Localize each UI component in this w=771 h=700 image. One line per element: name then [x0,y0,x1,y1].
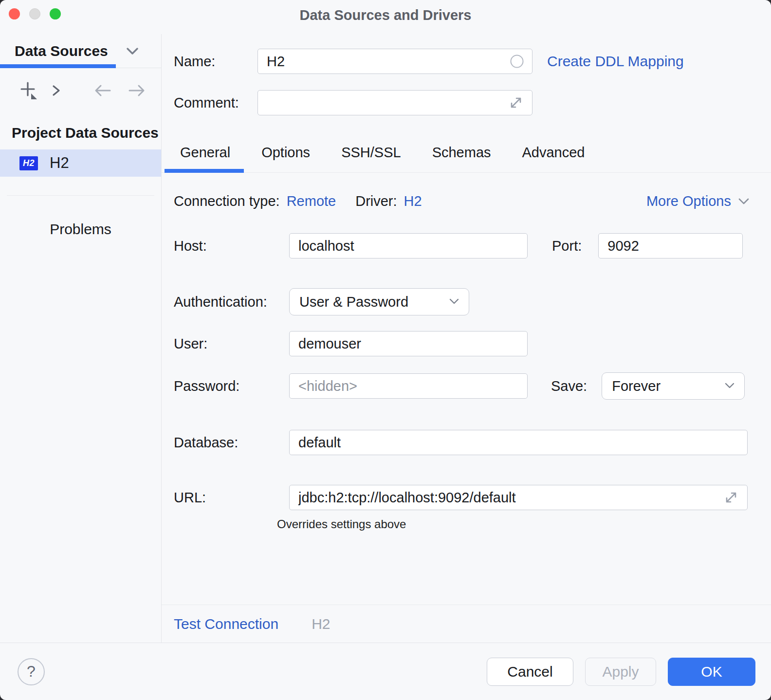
tab-schemas[interactable]: Schemas [431,145,492,172]
user-label: User: [174,336,289,352]
h2-driver-icon: H2 [19,156,38,170]
ok-button[interactable]: OK [668,658,755,686]
expand-editor-icon[interactable] [508,95,524,111]
url-input[interactable] [289,485,748,510]
project-data-sources-title: Project Data Sources [12,125,161,141]
url-hint: Overrides settings above [277,517,771,531]
comment-row: Comment: [162,90,771,115]
general-tab-panel: Connection type: Remote Driver: H2 More … [162,173,771,643]
host-input[interactable] [289,233,528,258]
host-row: Host: Port: [162,233,771,258]
chevron-down-icon [725,383,734,389]
zoom-icon[interactable] [50,8,61,19]
tab-advanced[interactable]: Advanced [521,145,586,172]
window-title: Data Sources and Drivers [0,0,771,30]
name-label: Name: [174,54,257,70]
cancel-button[interactable]: Cancel [487,658,573,686]
footer-buttons: Cancel Apply OK [487,658,755,686]
test-connection-link[interactable]: Test Connection [174,616,278,632]
name-row: Name: Create DDL Mapping [162,49,771,74]
password-label: Password: [174,378,289,394]
sidebar-divider [7,195,154,196]
test-driver-name: H2 [312,616,330,632]
password-row: Password: Save: Forever [162,372,771,400]
save-value: Forever [612,378,661,394]
user-row: User: [162,331,771,356]
connection-type-row: Connection type: Remote Driver: H2 More … [162,193,771,209]
active-tab-underline [0,64,116,68]
database-label: Database: [174,435,289,451]
driver-label: Driver: [355,193,397,209]
comment-input[interactable] [257,90,532,115]
password-input[interactable] [289,373,528,399]
user-input[interactable] [289,331,528,356]
sidebar: Data Sources Proj [0,34,162,643]
database-input[interactable] [289,430,748,455]
add-data-source-icon[interactable] [18,80,39,101]
close-icon[interactable] [9,8,20,19]
url-row: URL: [162,485,771,510]
minimize-icon[interactable] [29,8,40,19]
port-label: Port: [552,238,582,254]
sidebar-toolbar [18,80,161,101]
connection-type-label: Connection type: [174,193,280,209]
forward-arrow-icon[interactable] [128,83,146,98]
spacer [162,531,771,605]
connection-type-value[interactable]: Remote [287,193,336,209]
port-input[interactable] [598,233,743,258]
problems-section-label[interactable]: Problems [0,221,161,238]
data-sources-dialog: Data Sources and Drivers Data Sources [0,0,771,700]
url-label: URL: [174,490,289,506]
tab-ssh-ssl[interactable]: SSH/SSL [340,145,402,172]
window-controls [9,8,61,19]
database-row: Database: [162,430,771,455]
authentication-select[interactable]: User & Password [289,288,469,315]
back-arrow-icon[interactable] [93,83,112,98]
sidebar-tab-data-sources[interactable]: Data Sources [0,34,161,68]
chevron-down-icon [449,298,459,305]
comment-label: Comment: [174,95,257,111]
authentication-row: Authentication: User & Password [162,288,771,315]
save-select[interactable]: Forever [602,372,745,400]
more-options-label: More Options [646,193,731,209]
chevron-down-icon [738,198,750,205]
dialog-footer: ? Cancel Apply OK [0,643,771,700]
sidebar-item-h2[interactable]: H2 H2 [0,149,161,177]
authentication-label: Authentication: [174,294,289,310]
settings-tabs: General Options SSH/SSL Schemas Advanced [162,145,771,173]
more-options-link[interactable]: More Options [646,193,750,209]
name-input[interactable] [257,49,532,74]
expand-node-icon[interactable] [51,83,61,98]
main-panel: Name: Create DDL Mapping Comment: [162,34,771,643]
test-connection-bar: Test Connection H2 [162,605,771,643]
driver-value[interactable]: H2 [404,193,422,209]
authentication-value: User & Password [299,294,408,310]
chevron-down-icon[interactable] [125,44,140,58]
save-label: Save: [551,378,587,394]
sidebar-item-label: H2 [50,154,69,172]
apply-button[interactable]: Apply [585,658,656,686]
host-label: Host: [174,238,289,254]
help-icon[interactable]: ? [18,658,45,685]
create-ddl-mapping-link[interactable]: Create DDL Mapping [547,53,684,70]
color-circle-icon[interactable] [510,55,524,68]
tab-general[interactable]: General [179,145,231,172]
sidebar-tab-label: Data Sources [15,43,108,59]
expand-editor-icon[interactable] [723,490,739,505]
tab-options[interactable]: Options [260,145,311,172]
titlebar: Data Sources and Drivers [0,0,771,34]
